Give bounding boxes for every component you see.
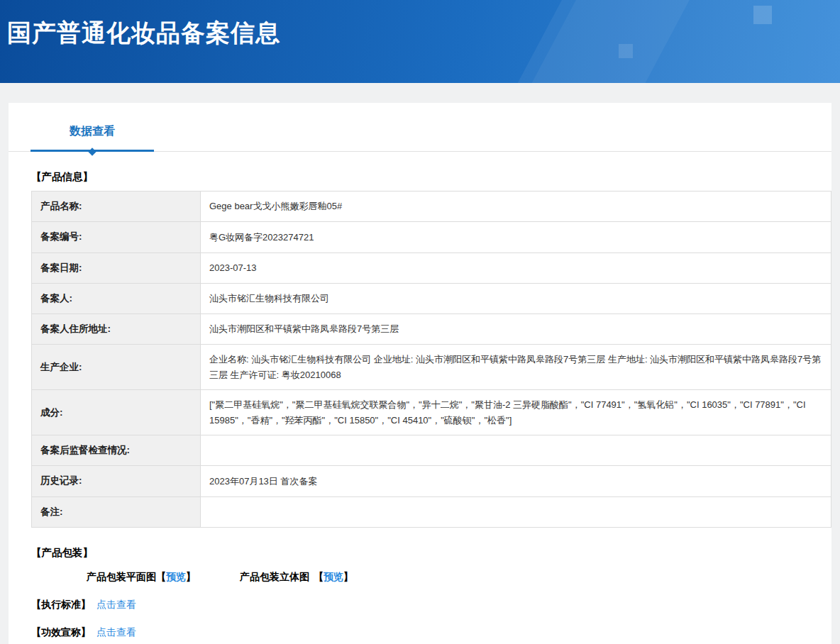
section-title-packaging: 【产品包装】 xyxy=(31,546,831,560)
main-content: 【产品信息】 产品名称: Gege bear戈戈小熊嫩彩唇釉05# 备案编号: … xyxy=(9,170,831,639)
bracket-close: 】 xyxy=(343,571,353,582)
standard-view-link[interactable]: 点击查看 xyxy=(96,599,136,610)
field-label: 备案编号: xyxy=(32,222,201,252)
tab-bar: 数据查看 xyxy=(9,103,831,152)
page-body: 数据查看 【产品信息】 产品名称: Gege bear戈戈小熊嫩彩唇釉05# 备… xyxy=(0,83,840,644)
page-header: 国产普通化妆品备案信息 xyxy=(0,0,840,83)
standard-row: 【执行标准】点击查看 xyxy=(31,599,831,611)
content-card: 数据查看 【产品信息】 产品名称: Gege bear戈戈小熊嫩彩唇釉05# 备… xyxy=(9,103,831,644)
section-title-standard: 【执行标准】 xyxy=(31,599,91,610)
table-row: 生产企业: 企业名称: 汕头市铭汇生物科技有限公司 企业地址: 汕头市潮阳区和平… xyxy=(32,345,831,390)
section-title-product-info: 【产品信息】 xyxy=(31,170,831,184)
claims-view-link[interactable]: 点击查看 xyxy=(96,626,136,638)
claims-row: 【功效宣称】点击查看 xyxy=(31,626,831,639)
table-row: 备案人: 汕头市铭汇生物科技有限公司 xyxy=(32,283,831,313)
field-value: Gege bear戈戈小熊嫩彩唇釉05# xyxy=(201,191,831,222)
bracket-open: 【 xyxy=(156,571,166,582)
packaging-solid-item: 产品包装立体图【预览】 xyxy=(240,571,353,582)
packaging-flat-preview-link[interactable]: 预览 xyxy=(166,571,186,582)
packaging-solid-preview-link[interactable]: 预览 xyxy=(324,571,343,582)
field-label: 成分: xyxy=(32,390,201,435)
table-row: 备案日期: 2023-07-13 xyxy=(32,252,831,283)
table-row: 备案人住所地址: 汕头市潮阳区和平镇紫中路凤皋路段7号第三层 xyxy=(32,314,831,345)
field-value: ["聚二甲基硅氧烷"，"聚二甲基硅氧烷交联聚合物"，"异十二烷"，"聚甘油-2 … xyxy=(201,390,831,435)
page-title: 国产普通化妆品备案信息 xyxy=(0,0,840,50)
field-label: 产品名称: xyxy=(32,191,201,222)
field-label: 备案人: xyxy=(32,283,201,313)
table-row: 备注: xyxy=(32,496,831,527)
field-value xyxy=(201,496,831,527)
field-value: 汕头市潮阳区和平镇紫中路凤皋路段7号第三层 xyxy=(201,314,831,345)
field-value: 汕头市铭汇生物科技有限公司 xyxy=(201,283,831,313)
field-value: 2023-07-13 xyxy=(201,252,831,283)
packaging-flat-item: 产品包装平面图【预览】 xyxy=(87,571,199,582)
table-row: 历史记录: 2023年07月13日 首次备案 xyxy=(32,466,831,496)
product-info-table: 产品名称: Gege bear戈戈小熊嫩彩唇釉05# 备案编号: 粤G妆网备字2… xyxy=(31,191,831,528)
table-row: 成分: ["聚二甲基硅氧烷"，"聚二甲基硅氧烷交联聚合物"，"异十二烷"，"聚甘… xyxy=(32,390,831,435)
field-value: 企业名称: 汕头市铭汇生物科技有限公司 企业地址: 汕头市潮阳区和平镇紫中路凤皋… xyxy=(201,345,831,390)
section-title-claims: 【功效宣称】 xyxy=(31,626,91,638)
table-row: 备案后监督检查情况: xyxy=(32,435,831,466)
table-row: 备案编号: 粤G妆网备字2023274721 xyxy=(32,222,831,252)
tab-data-view[interactable]: 数据查看 xyxy=(31,124,154,152)
packaging-solid-label: 产品包装立体图 xyxy=(240,571,309,582)
packaging-flat-label: 产品包装平面图 xyxy=(87,571,156,582)
tab-data-view-label: 数据查看 xyxy=(70,125,115,137)
field-label: 备注: xyxy=(32,496,201,527)
packaging-row: 产品包装平面图【预览】 产品包装立体图【预览】 xyxy=(87,571,831,584)
table-row: 产品名称: Gege bear戈戈小熊嫩彩唇釉05# xyxy=(32,191,831,222)
field-label: 备案后监督检查情况: xyxy=(32,435,201,466)
field-value: 2023年07月13日 首次备案 xyxy=(201,466,831,496)
bracket-open: 【 xyxy=(314,571,324,582)
field-label: 生产企业: xyxy=(32,345,201,390)
field-value xyxy=(201,435,831,466)
bracket-close: 】 xyxy=(186,571,196,582)
field-label: 备案人住所地址: xyxy=(32,314,201,345)
field-label: 历史记录: xyxy=(32,466,201,496)
field-label: 备案日期: xyxy=(32,252,201,283)
field-value: 粤G妆网备字2023274721 xyxy=(201,222,831,252)
